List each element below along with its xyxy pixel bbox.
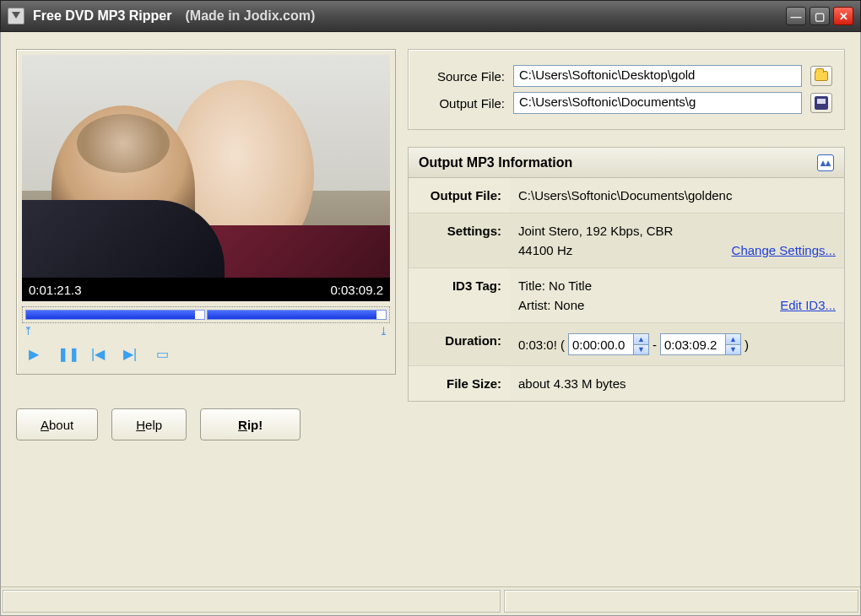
spin-down-icon[interactable]: ▼ — [634, 345, 648, 355]
start-marker-icon[interactable]: ⤒ — [24, 325, 33, 338]
status-bar — [1, 586, 860, 615]
info-filesize-key: File Size: — [409, 366, 510, 402]
output-info-header: Output MP3 Information ▴▴ — [409, 148, 844, 178]
minimize-button[interactable]: — — [786, 7, 806, 25]
info-filesize-value: about 4.33 M bytes — [510, 366, 844, 402]
info-duration-key: Duration: — [409, 323, 510, 366]
player-controls: ▶ ❚❚ |◀ ▶| ▭ — [22, 338, 390, 369]
rip-button[interactable]: Rip! — [200, 408, 301, 440]
video-timebar: 0:01:21.3 0:03:09.2 — [22, 278, 390, 301]
action-buttons: About Help Rip! — [16, 408, 396, 440]
save-icon — [815, 96, 828, 110]
info-settings-key: Settings: — [409, 213, 510, 268]
source-file-input[interactable]: C:\Users\Softonic\Desktop\gold — [513, 65, 802, 87]
close-button[interactable]: ✕ — [833, 7, 853, 25]
app-icon — [8, 8, 24, 24]
info-output-value: C:\Users\Softonic\Documents\goldenc — [510, 178, 844, 213]
play-button[interactable]: ▶ — [25, 346, 42, 362]
duration-from-spinner[interactable]: ▲▼ — [568, 333, 649, 355]
next-button[interactable]: ▶| — [122, 346, 138, 362]
current-time: 0:01:21.3 — [29, 283, 82, 297]
about-button[interactable]: About — [16, 408, 98, 440]
help-button[interactable]: Help — [111, 408, 187, 440]
client-area: 0:01:21.3 0:03:09.2 ⤒ ⤓ ▶ ❚❚ |◀ ▶| — [0, 32, 861, 616]
info-id3-key: ID3 Tag: — [409, 268, 510, 323]
duration-to-spinner[interactable]: ▲▼ — [660, 333, 741, 355]
duration-from-input[interactable] — [569, 334, 633, 354]
video-preview[interactable]: 0:01:21.3 0:03:09.2 — [22, 55, 390, 301]
browse-source-button[interactable] — [810, 66, 832, 86]
change-settings-link[interactable]: Change Settings... — [732, 243, 836, 257]
player-panel: 0:01:21.3 0:03:09.2 ⤒ ⤓ ▶ ❚❚ |◀ ▶| — [16, 49, 396, 375]
selection-progress[interactable] — [22, 306, 390, 323]
spin-down-icon[interactable]: ▼ — [726, 345, 740, 355]
end-marker-icon[interactable]: ⤓ — [379, 325, 388, 338]
source-file-label: Source File: — [420, 69, 505, 84]
spin-up-icon[interactable]: ▲ — [634, 334, 648, 345]
edit-id3-link[interactable]: Edit ID3... — [780, 298, 836, 312]
left-column: 0:01:21.3 0:03:09.2 ⤒ ⤓ ▶ ❚❚ |◀ ▶| — [16, 49, 396, 615]
window-subtitle: (Made in Jodix.com) — [185, 8, 315, 24]
window-title: Free DVD MP3 Ripper — [33, 8, 171, 24]
info-output-key: Output File: — [409, 178, 510, 213]
chevron-up-icon: ▴▴ — [820, 157, 831, 169]
folder-icon — [815, 71, 828, 81]
save-output-button[interactable] — [810, 93, 832, 113]
right-column: Source File: C:\Users\Softonic\Desktop\g… — [408, 49, 845, 615]
duration-row: 0:03:0! ( ▲▼ - ▲▼ — [518, 333, 836, 355]
pause-button[interactable]: ❚❚ — [57, 346, 74, 362]
status-cell-left — [3, 590, 501, 613]
output-info-title: Output MP3 Information — [419, 155, 572, 170]
prev-button[interactable]: |◀ — [89, 346, 106, 362]
info-settings-value: Joint Stero, 192 Kbps, CBR 44100 Hz Chan… — [510, 213, 844, 268]
spin-up-icon[interactable]: ▲ — [726, 334, 740, 345]
maximize-button[interactable]: ▢ — [810, 7, 830, 25]
collapse-button[interactable]: ▴▴ — [817, 154, 834, 171]
info-id3-value: Title: No Title Artist: None Edit ID3... — [510, 268, 844, 323]
output-file-input[interactable]: C:\Users\Softonic\Documents\g — [513, 92, 802, 114]
open-button[interactable]: ▭ — [154, 346, 171, 362]
status-cell-right — [504, 590, 858, 613]
output-info-panel: Output MP3 Information ▴▴ Output File: C… — [408, 147, 845, 402]
app-window: Free DVD MP3 Ripper (Made in Jodix.com) … — [0, 0, 861, 616]
file-paths-group: Source File: C:\Users\Softonic\Desktop\g… — [408, 49, 845, 130]
total-time: 0:03:09.2 — [330, 283, 383, 297]
duration-to-input[interactable] — [661, 334, 725, 354]
output-file-label: Output File: — [420, 96, 505, 111]
titlebar: Free DVD MP3 Ripper (Made in Jodix.com) … — [0, 0, 861, 32]
